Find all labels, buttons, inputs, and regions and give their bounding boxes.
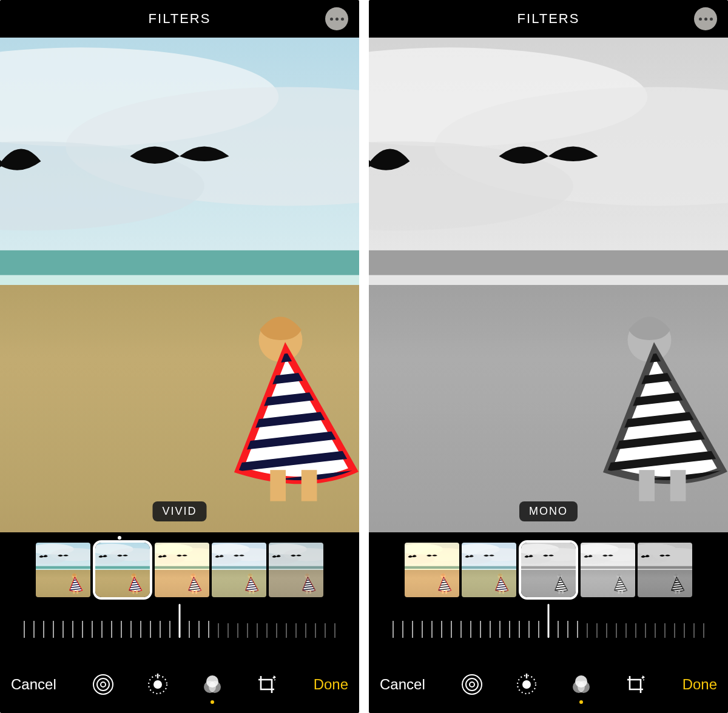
active-tool-indicator: [579, 700, 583, 704]
concentric-icon: [91, 672, 115, 697]
active-tool-indicator: [211, 700, 214, 704]
photo-preview[interactable]: MONO: [369, 38, 728, 532]
selected-filter-badge: MONO: [519, 501, 578, 521]
filter-thumb-dramatic[interactable]: [269, 543, 323, 597]
tool-adjust[interactable]: [513, 671, 540, 698]
cancel-button[interactable]: Cancel: [380, 676, 425, 693]
intensity-slider[interactable]: [369, 604, 728, 656]
original-indicator-dot: [118, 536, 121, 540]
adjust-dial-icon: [514, 672, 539, 697]
tool-adjust[interactable]: [144, 671, 171, 698]
filter-strip: [369, 532, 728, 604]
filter-thumb-dramatic-cool[interactable]: [462, 543, 516, 597]
more-button[interactable]: [325, 7, 348, 30]
more-button[interactable]: [694, 7, 717, 30]
bottom-toolbar: Cancel Done: [369, 656, 728, 713]
crop-rotate-icon: [624, 672, 648, 697]
edit-tools: [56, 671, 314, 698]
screen-title: FILTERS: [149, 11, 211, 27]
side-by-side-screenshots: FILTERS VIVID Cancel: [0, 0, 728, 713]
ellipsis-icon: [698, 18, 714, 21]
top-bar: FILTERS: [0, 0, 359, 38]
selected-filter-badge: VIVID: [152, 501, 206, 521]
done-button[interactable]: Done: [682, 676, 717, 693]
filter-thumb-silvertone[interactable]: [581, 543, 635, 597]
filter-thumbnails[interactable]: [369, 542, 728, 598]
three-circles-icon: [569, 672, 593, 697]
adjust-dial-icon: [146, 672, 170, 697]
crop-rotate-icon: [255, 672, 279, 697]
tool-crop[interactable]: [254, 671, 280, 698]
photo-preview[interactable]: VIVID: [0, 38, 359, 532]
three-circles-icon: [200, 672, 224, 697]
filter-thumb-vivid-cool[interactable]: [212, 543, 266, 597]
filter-strip: [0, 532, 359, 604]
top-bar: FILTERS: [369, 0, 728, 38]
screen-title: FILTERS: [517, 11, 580, 27]
filter-thumb-noir[interactable]: [638, 543, 692, 597]
edit-tools: [425, 671, 682, 698]
ellipsis-icon: [329, 18, 345, 21]
tool-live[interactable]: [90, 671, 116, 698]
tool-crop[interactable]: [622, 671, 649, 698]
tool-live[interactable]: [459, 671, 485, 698]
filter-thumb-mono[interactable]: [519, 540, 578, 600]
slider-handle[interactable]: [548, 604, 550, 638]
concentric-icon: [460, 672, 484, 697]
filter-thumb-dramatic-warm[interactable]: [405, 543, 459, 597]
tool-filters[interactable]: [568, 671, 595, 698]
slider-handle[interactable]: [179, 604, 181, 638]
photo-editor-screen: FILTERS VIVID Cancel: [0, 0, 359, 713]
filter-thumb-vivid[interactable]: [93, 540, 152, 600]
done-button[interactable]: Done: [314, 676, 348, 693]
filter-thumb-vivid-warm[interactable]: [155, 543, 209, 597]
bottom-toolbar: Cancel Done: [0, 656, 359, 713]
filter-thumb-original[interactable]: [36, 543, 90, 597]
intensity-slider[interactable]: [0, 604, 359, 656]
photo-editor-screen: FILTERS MONO Cancel: [369, 0, 728, 713]
cancel-button[interactable]: Cancel: [11, 676, 56, 693]
filter-thumbnails[interactable]: [0, 542, 359, 598]
tool-filters[interactable]: [199, 671, 226, 698]
